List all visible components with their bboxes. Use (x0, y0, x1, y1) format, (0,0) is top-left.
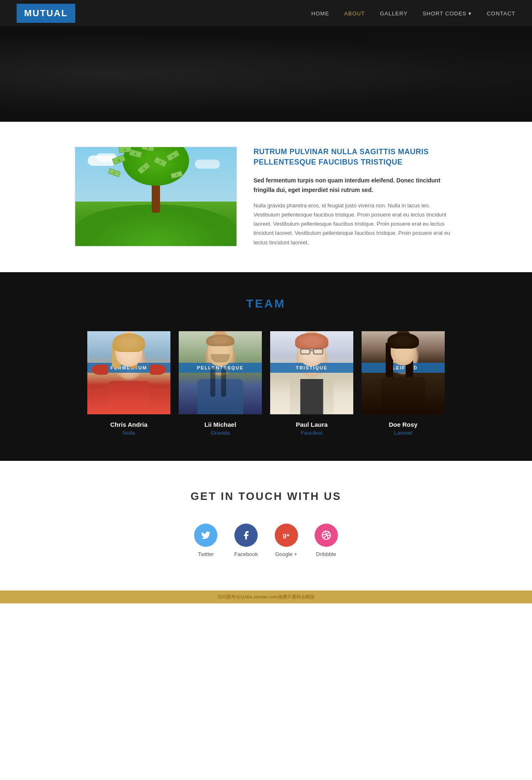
google-label: Google + (275, 551, 297, 557)
nav-links: HOME ABOUT GALLERY SHORT CODES ▾ CONTACT (311, 10, 515, 17)
team-member-name-3: Paul Laura (270, 421, 353, 428)
team-member-name-4: Doe Rosy (362, 421, 445, 428)
avatar-4 (362, 331, 445, 414)
nav-gallery[interactable]: GALLERY (380, 10, 408, 17)
team-photo-1: FERMENTUM (87, 331, 170, 414)
team-card-4: ELEIFEND Doe Rosy Laoreet (362, 331, 445, 436)
team-card-1: FERMENTUM Chris Andria Nulla (87, 331, 170, 436)
social-facebook[interactable]: Facebook (234, 524, 258, 557)
team-card-3: TRISTIQUE Paul Laura Faucibus (270, 331, 353, 436)
navbar: MUTUAL HOME ABOUT GALLERY SHORT CODES ▾ … (0, 0, 532, 26)
team-member-name-1: Chris Andria (87, 421, 170, 428)
about-lead: Sed fermentum turpis non quam interdum e… (254, 176, 457, 194)
about-content: RUTRUM PULVINAR NULLA SAGITTIS MAURIS PE… (254, 147, 457, 247)
about-image: $ $ $ $ $ $ $ $ $ (75, 147, 237, 246)
social-google-plus[interactable]: g+ Google + (275, 524, 298, 557)
nav-about[interactable]: ABOUT (344, 10, 365, 17)
team-grid: FERMENTUM Chris Andria Nulla (66, 331, 466, 436)
nav-contact[interactable]: CONTACT (487, 10, 515, 17)
brand-logo[interactable]: MUTUAL (17, 4, 75, 23)
team-heading: TEAM (8, 297, 524, 310)
team-section: TEAM FERMENTUM Chri (0, 272, 532, 461)
team-photo-4: ELEIFEND (362, 331, 445, 414)
dribbble-icon (315, 524, 338, 547)
dribbble-label: Dribbble (316, 551, 336, 557)
team-member-role-4: Laoreet (362, 430, 445, 436)
social-twitter[interactable]: Twitter (194, 524, 217, 557)
facebook-label: Facebook (234, 551, 258, 557)
social-dribbble[interactable]: Dribbble (315, 524, 338, 557)
about-body: Nulla gravida pharetra eros, id feugiat … (254, 201, 457, 247)
team-member-role-1: Nulla (87, 430, 170, 436)
about-heading: RUTRUM PULVINAR NULLA SAGITTIS MAURIS PE… (254, 147, 457, 167)
avatar-2 (179, 331, 262, 414)
dropdown-arrow-icon: ▾ (467, 10, 472, 17)
footer-watermark: 访问图号论坛bbs.xieniao.com免费不重样会网苗 (0, 591, 532, 603)
team-member-role-2: Gravida (179, 430, 262, 436)
contact-heading: GET IN TOUCH WITH US (8, 490, 524, 503)
hero-banner (0, 26, 532, 122)
contact-section: GET IN TOUCH WITH US Twitter Facebook g+… (0, 461, 532, 591)
facebook-icon (234, 524, 258, 547)
hero-overlay (0, 26, 532, 122)
team-member-role-3: Faucibus (270, 430, 353, 436)
team-card-2: PELLENTESQUE Lii Michael Gravida (179, 331, 262, 436)
social-icons: Twitter Facebook g+ Google + D (8, 524, 524, 557)
nav-short-codes[interactable]: SHORT CODES ▾ (423, 10, 472, 17)
avatar-1 (87, 331, 170, 414)
team-member-name-2: Lii Michael (179, 421, 262, 428)
twitter-label: Twitter (198, 551, 214, 557)
team-photo-2: PELLENTESQUE (179, 331, 262, 414)
twitter-icon (194, 524, 217, 547)
avatar-3 (270, 331, 353, 414)
google-plus-icon: g+ (275, 524, 298, 547)
nav-home[interactable]: HOME (311, 10, 329, 17)
team-photo-3: TRISTIQUE (270, 331, 353, 414)
about-section: $ $ $ $ $ $ $ $ $ RUTRUM PULVINAR NULLA … (66, 122, 466, 272)
